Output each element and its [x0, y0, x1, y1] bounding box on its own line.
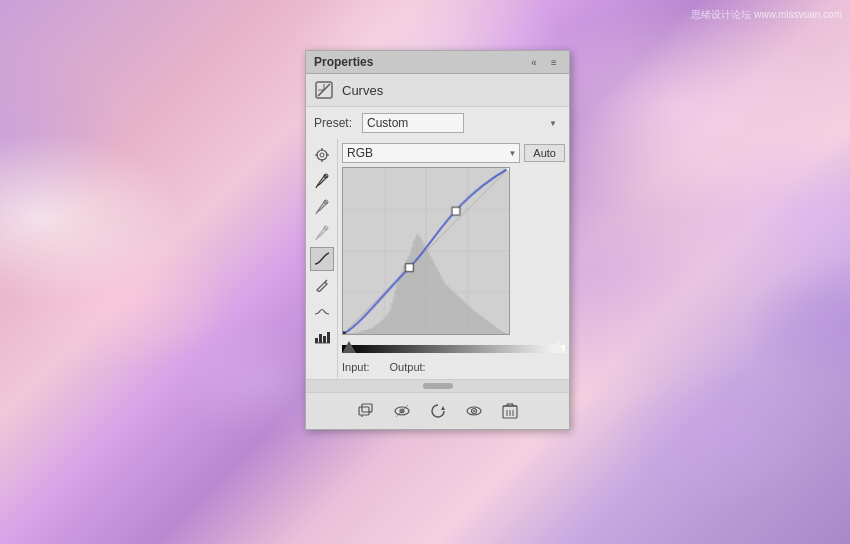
- svg-rect-22: [359, 407, 369, 415]
- watermark: 思绪设计论坛 www.missvuan.com: [691, 8, 842, 22]
- target-adjust-tool[interactable]: [310, 143, 334, 167]
- svg-rect-17: [315, 338, 318, 343]
- visibility-btn[interactable]: [390, 399, 414, 423]
- preset-select[interactable]: Custom Default Strong Contrast Medium Co…: [362, 113, 464, 133]
- bottom-scrollbar: [306, 379, 569, 392]
- auto-button[interactable]: Auto: [524, 144, 565, 162]
- title-controls: « ≡: [527, 55, 561, 69]
- panel-header: Curves: [306, 74, 569, 107]
- svg-rect-18: [319, 334, 322, 343]
- panel-title: Properties: [314, 55, 373, 69]
- svg-rect-20: [327, 332, 330, 343]
- svg-rect-19: [323, 336, 326, 343]
- rgb-row: RGB Red Green Blue Auto: [342, 143, 565, 163]
- rgb-channel-select[interactable]: RGB Red Green Blue: [342, 143, 520, 163]
- output-label: Output:: [390, 361, 426, 373]
- svg-point-5: [320, 153, 324, 157]
- panel-footer: [306, 392, 569, 429]
- gradient-strip: [342, 345, 565, 353]
- curves-panel-icon: [314, 80, 334, 100]
- curve-display: [343, 168, 509, 334]
- svg-line-13: [316, 212, 317, 214]
- svg-line-16: [325, 280, 327, 282]
- delete-btn[interactable]: [498, 399, 522, 423]
- panel-header-label: Curves: [342, 83, 383, 98]
- preset-select-wrapper: Custom Default Strong Contrast Medium Co…: [362, 113, 561, 133]
- eyedropper-black-tool[interactable]: [310, 169, 334, 193]
- levels-tool[interactable]: [310, 325, 334, 349]
- pencil-tool[interactable]: [310, 273, 334, 297]
- properties-panel: Properties « ≡ Curves Preset: Custom Def…: [305, 50, 570, 430]
- white-point-slider[interactable]: [551, 341, 565, 353]
- svg-line-15: [316, 238, 317, 240]
- panel-menu-btn[interactable]: ≡: [547, 55, 561, 69]
- svg-line-11: [316, 186, 317, 188]
- scrollbar-thumb[interactable]: [423, 383, 453, 389]
- smooth-tool[interactable]: [310, 299, 334, 323]
- input-output-row: Input: Output:: [342, 359, 565, 375]
- gradient-bar: [342, 341, 565, 355]
- curve-canvas[interactable]: [342, 167, 510, 335]
- curve-point-tool[interactable]: [310, 247, 334, 271]
- svg-point-33: [473, 410, 475, 412]
- svg-rect-23: [362, 404, 372, 412]
- eyedropper-white-tool[interactable]: [310, 221, 334, 245]
- curves-area: RGB Red Green Blue Auto: [338, 139, 569, 379]
- preview-btn[interactable]: [462, 399, 486, 423]
- preset-label: Preset:: [314, 116, 354, 130]
- black-point-slider[interactable]: [342, 341, 356, 353]
- rgb-select-wrapper: RGB Red Green Blue: [342, 143, 520, 163]
- panel-titlebar: Properties « ≡: [306, 51, 569, 74]
- svg-point-4: [317, 150, 327, 160]
- left-toolbar: [306, 139, 338, 379]
- reset-btn[interactable]: [426, 399, 450, 423]
- main-area: RGB Red Green Blue Auto: [306, 139, 569, 379]
- preset-row: Preset: Custom Default Strong Contrast M…: [306, 107, 569, 139]
- eyedropper-gray-tool[interactable]: [310, 195, 334, 219]
- collapse-btn[interactable]: «: [527, 55, 541, 69]
- svg-marker-30: [441, 406, 445, 410]
- input-label: Input:: [342, 361, 370, 373]
- clip-to-layer-btn[interactable]: [354, 399, 378, 423]
